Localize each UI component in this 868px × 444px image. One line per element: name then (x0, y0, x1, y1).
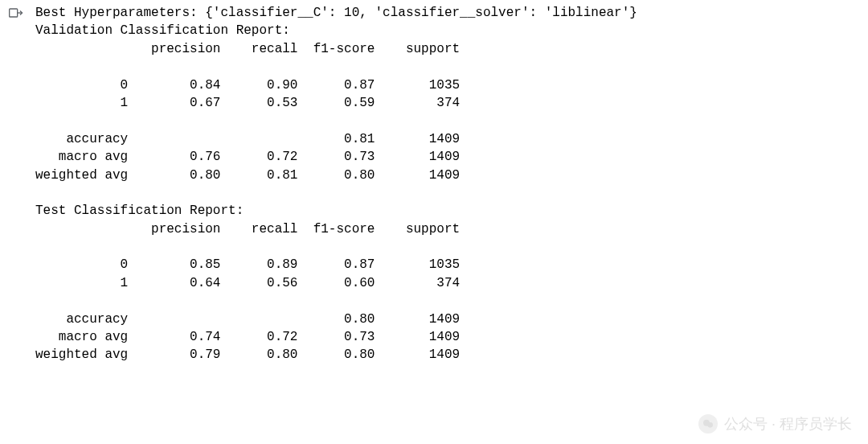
watermark: 公众号 · 程序员学长 (698, 414, 852, 434)
wechat-icon (698, 414, 718, 434)
watermark-text: 公众号 · 程序员学长 (724, 414, 852, 434)
svg-point-2 (707, 422, 713, 428)
svg-rect-0 (10, 9, 18, 17)
output-indicator-icon (0, 4, 35, 25)
output-cell: Best Hyperparameters: {'classifier__C': … (0, 4, 868, 364)
output-text: Best Hyperparameters: {'classifier__C': … (35, 4, 637, 364)
